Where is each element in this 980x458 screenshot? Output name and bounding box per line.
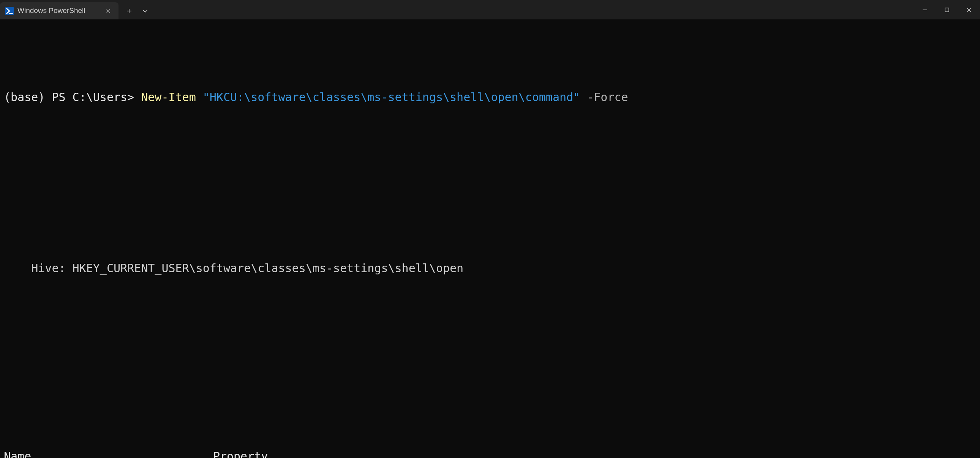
cmdlet: New-Item bbox=[141, 91, 196, 104]
terminal-output[interactable]: (base) PS C:\Users> New-Item "HKCU:\soft… bbox=[0, 19, 980, 458]
flag: -Force bbox=[587, 91, 628, 104]
minimize-button[interactable] bbox=[914, 0, 936, 19]
close-window-button[interactable] bbox=[958, 0, 980, 19]
svg-rect-6 bbox=[945, 8, 949, 12]
tab-actions bbox=[119, 2, 156, 19]
col-property: Property bbox=[213, 450, 268, 458]
table-header-row: NameProperty bbox=[4, 448, 976, 458]
maximize-button[interactable] bbox=[936, 0, 958, 19]
col-name: Name bbox=[4, 448, 85, 458]
string-arg: "HKCU:\software\classes\ms-settings\shel… bbox=[203, 91, 580, 104]
title-bar-drag-area[interactable] bbox=[156, 0, 914, 19]
tab-close-button[interactable] bbox=[104, 7, 113, 15]
hive-line: Hive: HKEY_CURRENT_USER\software\classes… bbox=[4, 260, 976, 277]
title-bar: Windows PowerShell bbox=[0, 0, 980, 19]
tab-dropdown-button[interactable] bbox=[140, 6, 150, 16]
prompt: (base) PS C:\Users> bbox=[4, 91, 141, 104]
tab-title: Windows PowerShell bbox=[18, 5, 100, 16]
powershell-icon bbox=[5, 7, 14, 15]
new-tab-button[interactable] bbox=[124, 6, 134, 16]
command-line: (base) PS C:\Users> New-Item "HKCU:\soft… bbox=[4, 89, 976, 106]
window-controls bbox=[914, 0, 980, 19]
tab-powershell[interactable]: Windows PowerShell bbox=[0, 2, 119, 19]
